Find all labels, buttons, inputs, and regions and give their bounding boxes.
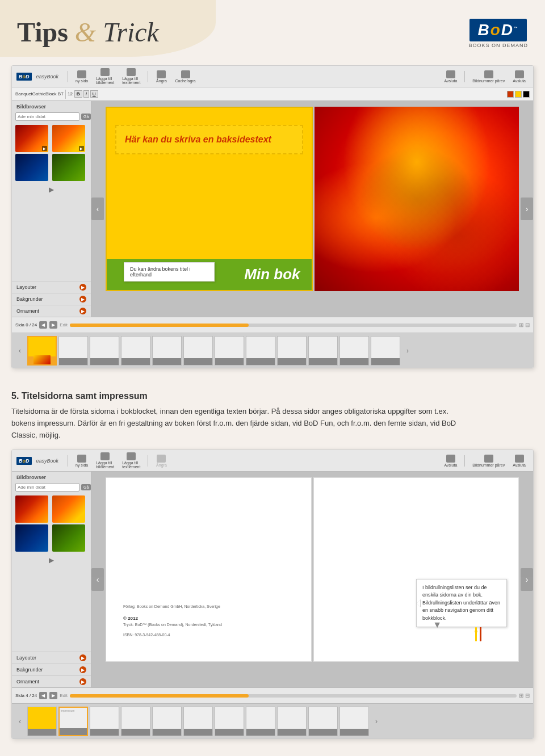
toolbar-btn-avsluta-2[interactable]: Avsluta xyxy=(442,453,460,468)
filmstrip-thumb-2-7[interactable] xyxy=(215,707,244,736)
thumb-inner-10 xyxy=(309,337,337,359)
zoom-bar-2[interactable] xyxy=(70,694,517,698)
sidebar-thumb-2-4[interactable] xyxy=(52,524,85,552)
sidebar-search-input-2[interactable] xyxy=(15,483,79,492)
sidebar-item-layouter-2[interactable]: Layouter ▶ xyxy=(12,652,91,663)
flower-petals-1 xyxy=(315,107,519,291)
thumb-inner-8 xyxy=(246,337,275,359)
sidebar-item-ornament-2[interactable]: Ornament ▶ xyxy=(12,675,91,687)
sidebar-thumb-2-1[interactable] xyxy=(15,495,48,523)
thumb2-inner-6 xyxy=(184,707,212,729)
book-page-right-1 xyxy=(315,107,519,291)
toolbar-btn-pagenumber[interactable]: Bildnummer pårev xyxy=(469,69,508,84)
sidebar-thumb-4[interactable] xyxy=(52,154,85,181)
add-text-icon xyxy=(127,68,136,76)
thumb2-inner-9 xyxy=(278,707,306,729)
sidebar-nav-arrow-2[interactable]: ▶ xyxy=(12,554,91,566)
toolbar-btn-finish[interactable]: Avsluta xyxy=(510,69,529,84)
toolbar-btn-angra-2[interactable]: Ångra xyxy=(153,453,170,468)
sidebar-nav-arrow-1[interactable]: ▶ xyxy=(12,183,91,196)
filmstrip-thumb-1[interactable] xyxy=(27,336,57,366)
toolbar-btn-add-txt-2[interactable]: Lägga tilltextlement xyxy=(119,451,143,470)
toolbar-btn-add-img[interactable]: Lägga tillbildlement xyxy=(93,67,117,86)
canvas-nav-left-1[interactable]: ‹ xyxy=(91,198,104,220)
filmstrip-nav-right-2[interactable]: › xyxy=(371,707,382,736)
bottom-prev-btn-1[interactable]: ◀ xyxy=(39,321,47,329)
sidebar-thumb-3[interactable] xyxy=(15,154,48,181)
zoom-bar-1[interactable] xyxy=(70,324,517,327)
filmstrip-thumb-2-2[interactable]: impressum xyxy=(58,707,88,736)
sidebar-item-layouter[interactable]: Layouter ▶ xyxy=(12,281,91,293)
thumb2-label-1 xyxy=(28,729,56,736)
zoom-fill-2 xyxy=(70,694,249,698)
canvas-nav-right-2[interactable]: › xyxy=(521,568,533,591)
sidebar-go-btn-2[interactable]: Gå xyxy=(81,484,91,490)
section-5-body: Titelsidorna är de första sidorna i bokb… xyxy=(11,406,534,441)
filmstrip-thumb-2-1[interactable] xyxy=(27,707,57,736)
toolbar-btn-new-2[interactable]: ny sida xyxy=(73,453,91,468)
sidebar-item-ornament-label: Ornament xyxy=(16,308,39,314)
filmstrip-thumb-2-11[interactable] xyxy=(339,707,369,736)
filmstrip-nav-right-1[interactable]: › xyxy=(402,336,413,366)
sidebar-thumb-1[interactable]: ▶ xyxy=(15,125,48,152)
filmstrip-thumb-6[interactable] xyxy=(183,336,213,366)
thumb2-inner-5 xyxy=(153,707,181,729)
filmstrip-thumb-5[interactable] xyxy=(152,336,182,366)
bottom-next-btn-2[interactable]: ▶ xyxy=(49,692,57,699)
toolbar-btn-exit-2[interactable]: Avsluta xyxy=(510,453,529,468)
bottom-next-btn-1[interactable]: ▶ xyxy=(49,321,57,329)
toolbar-btn-add-txt[interactable]: Lägga tilltextlement xyxy=(119,67,143,86)
toolbar-btn-exit[interactable]: Avsluta xyxy=(442,69,460,84)
sidebar-thumb-2[interactable]: ▶ xyxy=(52,125,85,152)
thumb2-label-11 xyxy=(340,729,368,736)
thumb-label-active xyxy=(28,356,56,364)
sidebar-item-bakgrunder-2[interactable]: Bakgrunder ▶ xyxy=(12,663,91,675)
sidebar-item-ornament[interactable]: Ornament ▶ xyxy=(12,305,91,317)
bottom-prev-btn-2[interactable]: ◀ xyxy=(39,692,47,699)
filmstrip-nav-left-2[interactable]: ‹ xyxy=(14,707,26,736)
canvas-nav-right-1[interactable]: › xyxy=(521,198,533,220)
sidebar-item-bakgrunder[interactable]: Bakgrunder ▶ xyxy=(12,293,91,305)
toolbar-btn-new[interactable]: ny sida xyxy=(73,69,91,84)
filmstrip-thumb-2-9[interactable] xyxy=(277,707,307,736)
sidebar-thumb-2-2[interactable] xyxy=(52,495,85,523)
color-swatch-red[interactable] xyxy=(507,91,514,98)
italic-btn[interactable]: I xyxy=(83,90,89,98)
filmstrip-thumb-2-10[interactable] xyxy=(308,707,338,736)
filmstrip-thumb-12[interactable] xyxy=(371,336,400,366)
filmstrip-thumb-7[interactable] xyxy=(215,336,244,366)
color-swatch-yellow[interactable] xyxy=(515,91,522,98)
filmstrip-thumb-2-4[interactable] xyxy=(121,707,150,736)
toolbar-btn-cache[interactable]: Cache/agra xyxy=(172,69,198,84)
filmstrip-thumb-4[interactable] xyxy=(121,336,150,366)
filmstrip-thumb-2-5[interactable] xyxy=(152,707,182,736)
filmstrip-thumb-2-8[interactable] xyxy=(246,707,275,736)
sidebar-thumb-2-3[interactable] xyxy=(15,524,48,552)
underline-btn[interactable]: U xyxy=(90,90,98,98)
page-info-1: Sida 0 / 24 xyxy=(15,322,37,327)
toolbar-btn-undo[interactable]: Ångra xyxy=(153,69,170,84)
thumb-inner-12 xyxy=(371,337,400,359)
filmstrip-thumb-2[interactable] xyxy=(58,336,88,366)
bottom-bar-1: Sida 0 / 24 ◀ ▶ Edit ⊞ ⊟ xyxy=(12,317,533,333)
filmstrip-thumb-2-3[interactable] xyxy=(90,707,119,736)
toolbar-btn-bildnr-2[interactable]: Bildnummer pårev xyxy=(469,453,508,468)
sidebar-go-btn[interactable]: Gå xyxy=(81,114,91,120)
filmstrip-thumb-3[interactable] xyxy=(90,336,119,366)
bold-btn[interactable]: B xyxy=(74,90,82,98)
canvas-nav-left-2[interactable]: ‹ xyxy=(91,568,104,591)
sidebar-search-input[interactable] xyxy=(15,112,79,121)
color-swatch-black[interactable] xyxy=(523,91,530,98)
thumb-label-10 xyxy=(309,358,337,365)
filmstrip-thumb-11[interactable] xyxy=(339,336,369,366)
filmstrip-thumb-2-6[interactable] xyxy=(183,707,213,736)
toolbar-btn-add-img-2[interactable]: Lägga tillbildlement xyxy=(93,451,117,470)
exit-icon xyxy=(446,70,455,78)
filmstrip-nav-left-1[interactable]: ‹ xyxy=(14,336,26,366)
screenshot-2: BoD easyBook ny sida Lägga tillbildlemen… xyxy=(11,450,534,739)
filmstrip-thumb-8[interactable] xyxy=(246,336,275,366)
filmstrip-thumb-10[interactable] xyxy=(308,336,338,366)
avsluta-icon-2 xyxy=(446,455,455,463)
filmstrip-thumb-9[interactable] xyxy=(277,336,307,366)
sidebar-item-bakgrunder-label-2: Bakgrunder xyxy=(16,667,43,673)
